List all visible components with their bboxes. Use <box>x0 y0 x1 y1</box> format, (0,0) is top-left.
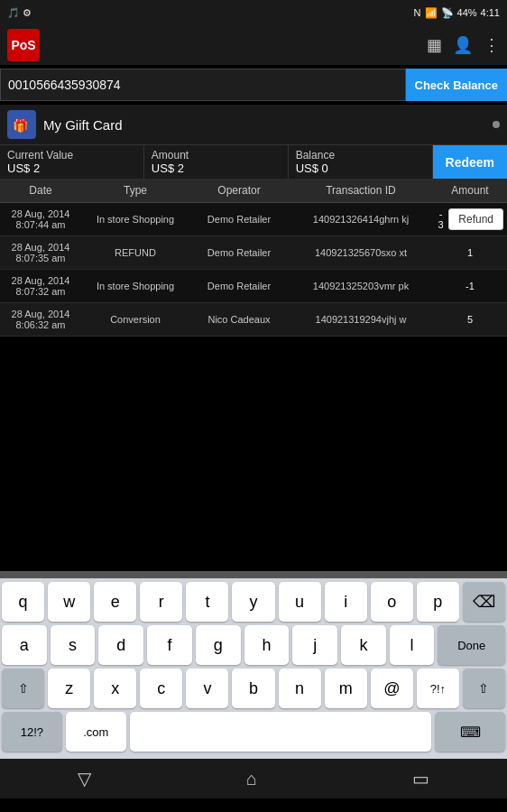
empty-area <box>0 337 507 571</box>
col-header-date: Date <box>0 179 81 202</box>
cell-type-2: REFUND <box>81 242 189 263</box>
status-icons-right: N 📶 📡 44% 4:11 <box>414 7 500 19</box>
key-s[interactable]: s <box>51 625 96 665</box>
redeem-button[interactable]: Redeem <box>433 145 507 179</box>
cell-operator-2: Demo Retailer <box>189 242 289 263</box>
key-j[interactable]: j <box>292 625 337 665</box>
key-backspace[interactable]: ⌫ <box>463 582 505 622</box>
search-bar: Check Balance <box>0 65 507 105</box>
cell-date-4: 28 Aug, 20148:06:32 am <box>0 303 81 336</box>
table-row: 28 Aug, 20148:07:35 am REFUND Demo Retai… <box>0 236 507 270</box>
key-done[interactable]: Done <box>438 625 505 665</box>
cell-txid-4: 140921319294vjhj w <box>289 309 433 330</box>
keyboard-row-2: a s d f g h j k l Done <box>2 625 505 665</box>
key-u[interactable]: u <box>279 582 321 622</box>
table-row: 28 Aug, 20148:07:32 am In store Shopping… <box>0 270 507 303</box>
key-l[interactable]: l <box>390 625 435 665</box>
cell-type-4: Conversion <box>81 309 189 330</box>
gift-card-dot <box>493 121 500 128</box>
col-header-operator: Operator <box>189 179 289 202</box>
barcode-icon[interactable]: ▦ <box>427 35 442 55</box>
table-row: 28 Aug, 20148:06:32 am Conversion Nico C… <box>0 303 507 337</box>
cell-amount-4: 5 <box>433 309 507 330</box>
key-n[interactable]: n <box>279 669 321 708</box>
refund-button-1[interactable]: Refund <box>448 208 503 230</box>
balance-info-row: Current Value US$ 2 Amount US$ 2 Balance… <box>0 144 507 179</box>
amount-value: US$ 2 <box>152 161 281 175</box>
key-i[interactable]: i <box>325 582 367 622</box>
svg-text:🎁: 🎁 <box>13 118 29 134</box>
key-t[interactable]: t <box>186 582 228 622</box>
key-shift-right[interactable]: ⇧ <box>463 669 505 708</box>
pos-logo: PoS <box>7 29 40 61</box>
nav-bar: ▽ ⌂ ▭ <box>0 759 507 798</box>
key-d[interactable]: d <box>98 625 143 665</box>
key-numeric-toggle[interactable]: 12!? <box>2 712 62 752</box>
gift-card-logo: 🎁 <box>7 110 36 139</box>
battery-indicator: 44% <box>457 7 477 18</box>
cell-operator-4: Nico Cadeaux <box>189 309 289 330</box>
key-f[interactable]: f <box>147 625 192 665</box>
cell-amount-1: -3 Refund <box>433 203 507 235</box>
col-header-type: Type <box>81 179 189 202</box>
key-m[interactable]: m <box>325 669 367 708</box>
top-bar: PoS ▦ 👤 ⋮ <box>0 25 507 65</box>
keyboard-divider <box>0 571 507 578</box>
key-a[interactable]: a <box>2 625 47 665</box>
key-e[interactable]: e <box>94 582 136 622</box>
cell-amount-3: -1 <box>433 275 507 297</box>
nav-back-icon[interactable]: ▽ <box>78 768 91 789</box>
gift-card-name: My Giift Card <box>43 117 485 133</box>
account-icon[interactable]: 👤 <box>453 35 473 55</box>
key-keyboard-switch[interactable]: ⌨ <box>435 712 505 752</box>
key-c[interactable]: c <box>140 669 182 708</box>
key-h[interactable]: h <box>244 625 290 665</box>
key-dotcom[interactable]: .com <box>66 712 126 752</box>
check-balance-button[interactable]: Check Balance <box>406 69 508 101</box>
transaction-table: Date Type Operator Transaction ID Amount… <box>0 179 507 337</box>
cell-date-2: 28 Aug, 20148:07:35 am <box>0 236 81 269</box>
current-value-label: Current Value <box>7 149 136 161</box>
keyboard-row-4: 12!? .com ⌨ <box>2 712 505 752</box>
key-at[interactable]: @ <box>371 669 413 708</box>
key-o[interactable]: o <box>371 582 413 622</box>
col-header-amount: Amount <box>433 179 507 202</box>
balance-cell: Balance US$ 0 <box>289 145 433 179</box>
key-p[interactable]: p <box>417 582 459 622</box>
nfc-icon: N <box>414 7 421 18</box>
wifi-icon: 📶 <box>425 7 438 19</box>
key-q[interactable]: q <box>2 582 44 622</box>
balance-label: Balance <box>296 149 425 161</box>
status-bar: 🎵 ⚙ N 📶 📡 44% 4:11 <box>0 0 507 25</box>
key-x[interactable]: x <box>94 669 136 708</box>
top-bar-actions: ▦ 👤 ⋮ <box>427 35 500 55</box>
key-g[interactable]: g <box>196 625 241 665</box>
key-b[interactable]: b <box>232 669 274 708</box>
nav-home-icon[interactable]: ⌂ <box>246 769 257 789</box>
more-icon[interactable]: ⋮ <box>484 35 500 55</box>
cell-date-1: 28 Aug, 20148:07:44 am <box>0 203 81 235</box>
current-value-cell: Current Value US$ 2 <box>0 145 144 179</box>
cell-txid-2: 140921325670sxo xt <box>289 242 433 263</box>
col-header-txid: Transaction ID <box>289 179 433 202</box>
key-y[interactable]: y <box>232 582 274 622</box>
gift-card-section: 🎁 My Giift Card <box>0 105 507 144</box>
key-punctuation[interactable]: ?!↑ <box>417 669 459 708</box>
current-value-amount: US$ 2 <box>7 161 136 175</box>
key-v[interactable]: v <box>186 669 228 708</box>
key-r[interactable]: r <box>140 582 182 622</box>
amount-cell: Amount US$ 2 <box>144 145 289 179</box>
key-spacebar[interactable] <box>130 712 431 752</box>
key-z[interactable]: z <box>48 669 90 708</box>
nav-recents-icon[interactable]: ▭ <box>412 768 429 789</box>
key-shift-left[interactable]: ⇧ <box>2 669 44 708</box>
status-bar-left: 🎵 ⚙ <box>7 7 410 19</box>
clock: 4:11 <box>481 7 500 18</box>
key-k[interactable]: k <box>341 625 386 665</box>
status-icons-left: 🎵 ⚙ <box>7 7 32 19</box>
keyboard-row-1: q w e r t y u i o p ⌫ <box>2 582 505 622</box>
gift-card-input[interactable] <box>1 78 405 92</box>
table-row: 28 Aug, 20148:07:44 am In store Shopping… <box>0 203 507 236</box>
keyboard-row-3: ⇧ z x c v b n m @ ?!↑ ⇧ <box>2 669 505 708</box>
key-w[interactable]: w <box>48 582 90 622</box>
